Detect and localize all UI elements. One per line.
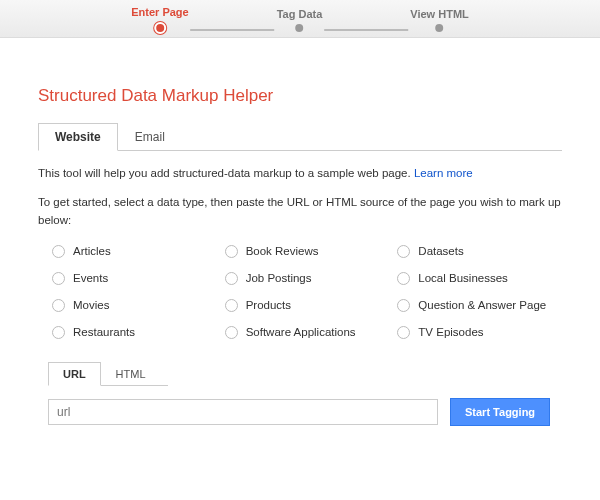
step-dot-icon	[436, 24, 444, 32]
radio-icon	[225, 245, 238, 258]
type-book-reviews[interactable]: Book Reviews	[225, 245, 390, 258]
type-label: Book Reviews	[246, 245, 319, 257]
step-label: View HTML	[410, 8, 468, 20]
step-enter-page[interactable]: Enter Page	[131, 6, 188, 34]
intro-text: This tool will help you add structured-d…	[38, 165, 562, 182]
input-row: Start Tagging	[38, 398, 562, 426]
input-mode-tabs: URL HTML	[48, 361, 168, 386]
type-label: Job Postings	[246, 272, 312, 284]
radio-icon	[52, 245, 65, 258]
start-tagging-button[interactable]: Start Tagging	[450, 398, 550, 426]
type-label: Events	[73, 272, 108, 284]
type-label: Software Applications	[246, 326, 356, 338]
step-label: Enter Page	[131, 6, 188, 18]
tab-website[interactable]: Website	[38, 123, 118, 151]
type-label: Datasets	[418, 245, 463, 257]
type-movies[interactable]: Movies	[52, 299, 217, 312]
step-dot-icon	[295, 24, 303, 32]
step-label: Tag Data	[277, 8, 323, 20]
type-datasets[interactable]: Datasets	[397, 245, 562, 258]
page-title: Structured Data Markup Helper	[38, 86, 562, 106]
url-input[interactable]	[48, 399, 438, 425]
data-type-grid: Articles Book Reviews Datasets Events Jo…	[38, 245, 562, 339]
type-label: Movies	[73, 299, 109, 311]
type-restaurants[interactable]: Restaurants	[52, 326, 217, 339]
radio-icon	[397, 245, 410, 258]
radio-icon	[225, 272, 238, 285]
step-connector	[324, 29, 408, 31]
radio-icon	[225, 299, 238, 312]
radio-icon	[397, 272, 410, 285]
type-label: Products	[246, 299, 291, 311]
type-articles[interactable]: Articles	[52, 245, 217, 258]
step-view-html[interactable]: View HTML	[410, 8, 468, 32]
type-software-apps[interactable]: Software Applications	[225, 326, 390, 339]
radio-icon	[225, 326, 238, 339]
radio-icon	[52, 272, 65, 285]
step-connector	[191, 29, 275, 31]
type-events[interactable]: Events	[52, 272, 217, 285]
type-question-answer[interactable]: Question & Answer Page	[397, 299, 562, 312]
radio-icon	[397, 299, 410, 312]
intro-body: This tool will help you add structured-d…	[38, 167, 414, 179]
tab-email[interactable]: Email	[118, 123, 182, 151]
type-label: Articles	[73, 245, 111, 257]
type-label: Restaurants	[73, 326, 135, 338]
type-job-postings[interactable]: Job Postings	[225, 272, 390, 285]
source-tabs: Website Email	[38, 122, 562, 151]
type-tv-episodes[interactable]: TV Episodes	[397, 326, 562, 339]
step-tag-data[interactable]: Tag Data	[277, 8, 323, 32]
type-label: TV Episodes	[418, 326, 483, 338]
type-local-businesses[interactable]: Local Businesses	[397, 272, 562, 285]
progress-bar: Enter Page Tag Data View HTML	[0, 0, 600, 38]
description-text: To get started, select a data type, then…	[38, 194, 562, 229]
radio-icon	[397, 326, 410, 339]
type-products[interactable]: Products	[225, 299, 390, 312]
type-label: Question & Answer Page	[418, 299, 546, 311]
radio-icon	[52, 326, 65, 339]
main-content: Structured Data Markup Helper Website Em…	[0, 38, 600, 426]
step-dot-icon	[154, 22, 166, 34]
learn-more-link[interactable]: Learn more	[414, 167, 473, 179]
type-label: Local Businesses	[418, 272, 508, 284]
subtab-html[interactable]: HTML	[101, 362, 161, 386]
subtab-url[interactable]: URL	[48, 362, 101, 386]
radio-icon	[52, 299, 65, 312]
